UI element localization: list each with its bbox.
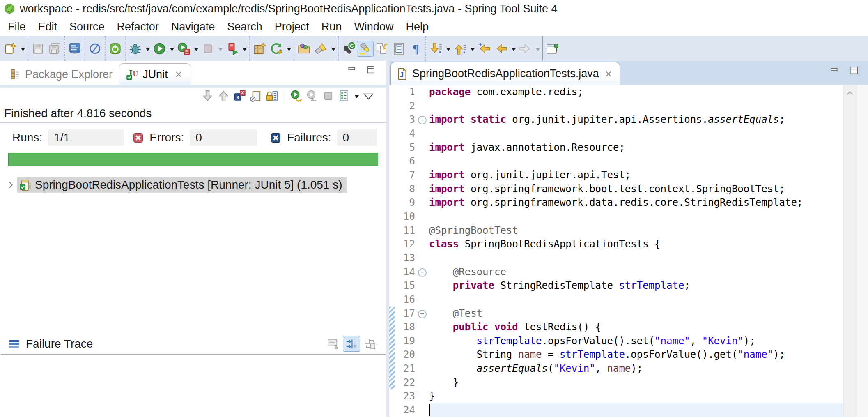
show-failures-only-button[interactable]: xX <box>232 89 247 103</box>
editor-scrollbar[interactable] <box>843 85 857 417</box>
code-text[interactable] <box>429 210 843 224</box>
code-line[interactable]: 6 <box>389 154 843 168</box>
new-spring-starter-dropdown[interactable] <box>287 48 292 53</box>
prev-failed-test-button[interactable] <box>216 89 231 103</box>
menu-item-file[interactable]: File <box>2 17 32 36</box>
code-line[interactable]: 24 <box>389 403 843 417</box>
tab-junit[interactable]: JU JUnit <box>119 63 191 85</box>
code-line[interactable]: 2 <box>389 99 843 113</box>
code-line[interactable]: 21 assertEquals("Kevin", name); <box>389 362 843 376</box>
code-line[interactable]: 10 <box>389 210 843 224</box>
code-text[interactable]: @Test <box>429 307 843 321</box>
code-line[interactable]: 19 strTemplate.opsForValue().set("name",… <box>389 334 843 348</box>
next-failed-test-button[interactable] <box>200 89 215 103</box>
stop-test-button[interactable] <box>321 89 335 103</box>
close-icon[interactable] <box>173 69 184 80</box>
pin-editor-button[interactable] <box>544 41 561 57</box>
menu-item-navigate[interactable]: Navigate <box>165 17 221 36</box>
code-text[interactable] <box>429 251 843 265</box>
code-line[interactable]: 8import org.springframework.boot.test.co… <box>389 182 843 196</box>
code-line[interactable]: 16 <box>389 293 843 307</box>
code-line[interactable]: 12class SpringBootRedisApplicationTests … <box>389 237 843 251</box>
show-trace-console-button[interactable] <box>325 336 341 351</box>
view-menu-button[interactable] <box>361 89 376 103</box>
coverage-button[interactable] <box>175 41 192 57</box>
back-button[interactable] <box>493 41 510 57</box>
code-text[interactable]: import static org.junit.jupiter.api.Asse… <box>429 113 843 127</box>
code-line[interactable]: 3−import static org.junit.jupiter.api.As… <box>389 113 843 127</box>
menu-item-edit[interactable]: Edit <box>32 17 64 36</box>
code-line[interactable]: 17− @Test <box>389 307 843 321</box>
code-text[interactable]: } <box>429 376 843 390</box>
relaunch-dropdown[interactable] <box>242 48 247 53</box>
code-line[interactable]: 5import javax.annotation.Resource; <box>389 141 843 155</box>
forward-dropdown[interactable] <box>535 48 540 53</box>
show-selected-element-button[interactable] <box>390 41 407 57</box>
new-wizard-button[interactable] <box>2 41 19 57</box>
relaunch-button[interactable] <box>224 41 241 57</box>
run-dropdown[interactable] <box>170 48 175 53</box>
forward-button[interactable] <box>517 41 534 57</box>
test-hierarchy-layout-button[interactable] <box>337 89 351 103</box>
fold-marker[interactable]: − <box>417 307 429 321</box>
code-text[interactable]: strTemplate.opsForValue().set("name", "K… <box>429 334 843 348</box>
code-line[interactable]: 13 <box>389 251 843 265</box>
code-text[interactable] <box>429 127 843 141</box>
filter-stack-trace-button[interactable] <box>343 336 360 352</box>
prev-annotation-button[interactable] <box>452 41 468 57</box>
save-all-button[interactable] <box>46 41 63 57</box>
menu-item-window[interactable]: Window <box>348 17 400 36</box>
boot-dashboard-button[interactable] <box>107 41 124 57</box>
tab-package-explorer[interactable]: Package Explorer <box>2 64 119 85</box>
code-text[interactable] <box>429 403 843 417</box>
code-text[interactable] <box>429 293 843 307</box>
show-skipped-tests-button[interactable] <box>248 89 263 103</box>
tab-editor-file[interactable]: J SpringBootRedisApplicationTests.java <box>390 62 620 85</box>
code-text[interactable]: import org.springframework.boot.test.con… <box>429 182 843 196</box>
rerun-test-button[interactable] <box>289 89 303 103</box>
compare-result-button[interactable] <box>362 336 378 351</box>
panel-sash[interactable] <box>386 61 389 417</box>
menu-item-source[interactable]: Source <box>63 17 111 36</box>
search-button[interactable] <box>312 41 329 57</box>
mark-occurrences-button[interactable] <box>357 41 374 57</box>
code-text[interactable]: import javax.annotation.Resource; <box>429 141 843 155</box>
next-annotation-dropdown[interactable] <box>446 48 451 53</box>
code-editor[interactable]: 1package com.example.redis;23−import sta… <box>389 85 868 417</box>
close-icon[interactable] <box>603 69 614 79</box>
menu-item-help[interactable]: Help <box>400 17 435 36</box>
new-java-project-button[interactable] <box>251 41 268 57</box>
tree-selection[interactable]: SpringBootRedisApplicationTests [Runner:… <box>17 177 347 193</box>
show-whitespace-button[interactable]: ¶ <box>407 41 424 57</box>
code-line[interactable]: 22 } <box>389 376 843 390</box>
menu-item-search[interactable]: Search <box>221 17 269 36</box>
code-text[interactable]: class SpringBootRedisApplicationTests { <box>429 237 843 251</box>
menu-item-project[interactable]: Project <box>269 17 315 36</box>
back-dropdown[interactable] <box>511 48 516 53</box>
code-line[interactable]: 15 private StringRedisTemplate strTempla… <box>389 279 843 293</box>
rerun-failed-test-button[interactable]: x <box>305 89 319 103</box>
scroll-lock-button[interactable] <box>264 89 279 103</box>
maximize-editor-button[interactable] <box>848 65 861 77</box>
scroll-up-icon[interactable] <box>845 89 855 99</box>
fold-marker[interactable]: − <box>417 113 429 127</box>
skip-all-breakpoints-button[interactable] <box>87 41 103 57</box>
minimize-view-button[interactable] <box>346 64 358 76</box>
collapse-minus-icon[interactable]: − <box>418 310 427 318</box>
code-text[interactable]: import org.junit.jupiter.api.Test; <box>429 168 843 182</box>
code-text[interactable]: package com.example.redis; <box>429 85 843 99</box>
prev-annotation-dropdown[interactable] <box>470 48 475 53</box>
stop-button[interactable] <box>200 41 216 57</box>
code-text[interactable]: @Resource <box>429 265 843 279</box>
maximize-view-button[interactable] <box>365 64 377 76</box>
chevron-right-icon[interactable] <box>6 180 16 190</box>
next-annotation-button[interactable] <box>427 41 444 57</box>
link-with-editor-button[interactable] <box>374 41 390 57</box>
new-wizard-dropdown[interactable] <box>21 48 25 53</box>
code-text[interactable]: @SpringBootTest <box>429 224 843 238</box>
code-text[interactable]: String name = strTemplate.opsForValue().… <box>429 348 843 362</box>
code-line[interactable]: 4 <box>389 127 843 141</box>
code-line[interactable]: 11@SpringBootTest <box>389 224 843 238</box>
code-line[interactable]: 20 String name = strTemplate.opsForValue… <box>389 348 843 362</box>
debug-button[interactable] <box>127 41 144 57</box>
